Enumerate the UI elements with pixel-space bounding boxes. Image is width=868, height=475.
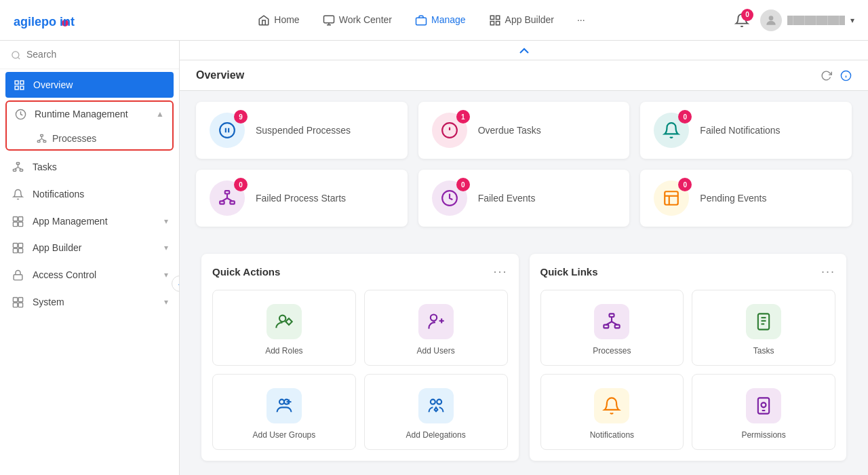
stat-failed-events[interactable]: 0 Failed Events	[418, 170, 630, 227]
briefcase-icon	[415, 14, 427, 26]
stat-pending-events[interactable]: 0 Pending Events	[640, 170, 852, 227]
top-navigation: agilepo int Home Work Center	[0, 0, 868, 41]
appbuilder-chevron-icon: ▾	[164, 243, 168, 252]
accesscontrol-chevron-icon: ▾	[164, 270, 168, 280]
nav-manage-label: Manage	[431, 14, 466, 25]
sidebar-notifications-label: Notifications	[33, 189, 168, 200]
tasks-link-icon	[746, 304, 781, 339]
nav-manage[interactable]: Manage	[406, 8, 475, 32]
quick-action-add-user-groups[interactable]: Add User Groups	[212, 374, 356, 450]
sidebar-appmanagement-label: App Management	[33, 216, 156, 227]
svg-rect-41	[18, 303, 22, 307]
svg-line-11	[18, 57, 20, 59]
quick-link-permissions[interactable]: Permissions	[692, 374, 835, 450]
runtime-icon	[15, 109, 26, 121]
quick-links-header: Quick Links ···	[540, 265, 836, 279]
svg-line-21	[39, 139, 41, 141]
user-menu[interactable]: ██████████ ▾	[760, 10, 854, 31]
sidebar-item-notifications[interactable]: Notifications	[0, 180, 179, 208]
add-user-groups-icon	[267, 388, 302, 423]
failednotif-label: Failed Notifications	[700, 125, 780, 136]
sidebar-accesscontrol-label: Access Control	[33, 269, 156, 280]
sidebar-item-overview[interactable]: Overview	[5, 72, 174, 98]
sidebar-item-tasks[interactable]: Tasks	[0, 153, 179, 180]
quick-link-tasks[interactable]: Tasks	[692, 290, 835, 366]
svg-rect-13	[20, 81, 24, 84]
collapse-top-button[interactable]	[180, 41, 868, 60]
svg-rect-8	[496, 21, 499, 24]
svg-rect-4	[416, 18, 427, 25]
nav-center: Home Work Center Manage	[108, 8, 734, 32]
stat-failed-notifications[interactable]: 0 Failed Notifications	[640, 102, 852, 159]
add-delegations-icon	[418, 388, 454, 423]
quick-action-add-roles[interactable]: Add Roles	[212, 290, 356, 366]
search-input[interactable]	[26, 49, 168, 60]
tasks-link-label: Tasks	[753, 346, 774, 356]
refresh-button[interactable]	[821, 69, 832, 82]
info-button[interactable]	[840, 69, 852, 82]
svg-rect-23	[16, 162, 19, 164]
svg-point-9	[769, 16, 774, 20]
stat-suspended-processes[interactable]: 9 Suspended Processes	[196, 102, 408, 159]
svg-marker-62	[285, 318, 292, 324]
notifications-link-icon	[594, 388, 629, 423]
pendingevents-icon-wrap: 0	[654, 180, 689, 216]
tasks-icon	[11, 161, 24, 173]
svg-rect-6	[496, 16, 499, 19]
sidebar-item-appbuilder[interactable]: App Builder ▾	[0, 235, 179, 262]
svg-rect-5	[490, 16, 494, 19]
quick-action-add-users[interactable]: Add Users	[364, 290, 508, 366]
logo[interactable]: agilepo int	[14, 10, 108, 31]
quick-link-notifications[interactable]: Notifications	[540, 374, 684, 450]
search-box[interactable]	[0, 41, 179, 69]
quick-links-more-button[interactable]: ···	[821, 265, 835, 279]
nav-home[interactable]: Home	[248, 8, 309, 32]
overdue-badge: 1	[456, 110, 470, 124]
sidebar-item-processes[interactable]: Processes	[7, 127, 172, 149]
svg-rect-33	[13, 244, 17, 248]
notification-bell[interactable]: 0	[734, 13, 749, 28]
svg-rect-7	[490, 21, 494, 24]
appmanagement-icon	[11, 215, 24, 227]
monitor-icon	[323, 14, 335, 26]
nav-right: 0 ██████████ ▾	[734, 10, 854, 31]
stat-overdue-tasks[interactable]: 1 Overdue Tasks	[418, 102, 630, 159]
nav-workcenter[interactable]: Work Center	[313, 8, 401, 32]
runtime-chevron-icon: ▲	[156, 109, 164, 119]
svg-rect-34	[18, 244, 22, 248]
nav-appbuilder[interactable]: App Builder	[479, 8, 564, 32]
sidebar-item-runtime[interactable]: Runtime Management ▲	[7, 102, 172, 128]
quick-section-container: Quick Actions ··· Add Roles	[180, 248, 868, 475]
quick-links-title: Quick Links	[540, 266, 598, 278]
nav-home-label: Home	[274, 14, 299, 25]
svg-text:agilepo: agilepo	[14, 15, 56, 28]
svg-rect-17	[41, 134, 43, 136]
avatar	[760, 10, 782, 31]
sidebar-item-accesscontrol[interactable]: Access Control ▾	[0, 261, 179, 288]
stat-failed-process-starts[interactable]: 0 Failed Process Starts	[196, 170, 408, 227]
sidebar-item-appmanagement[interactable]: App Management ▾	[0, 208, 179, 235]
add-roles-icon	[267, 304, 302, 339]
svg-rect-31	[13, 222, 17, 226]
svg-rect-32	[18, 222, 22, 226]
svg-line-76	[606, 322, 612, 325]
nav-more-label: ···	[577, 14, 585, 25]
svg-rect-25	[20, 169, 22, 171]
svg-rect-18	[37, 140, 40, 142]
search-icon	[11, 49, 21, 60]
quick-links-section: Quick Links ···	[530, 254, 847, 461]
quick-actions-more-button[interactable]: ···	[493, 265, 507, 279]
system-chevron-icon: ▾	[164, 297, 168, 307]
quick-link-processes[interactable]: Processes	[540, 290, 684, 366]
nav-more[interactable]: ···	[568, 9, 595, 31]
quick-action-add-delegations[interactable]: Add Delegations	[364, 374, 508, 450]
svg-rect-53	[230, 201, 235, 204]
stats-section: 9 Suspended Processes 1 Overdue Tasks	[180, 91, 868, 248]
svg-rect-73	[604, 325, 609, 328]
main-content: Overview	[180, 41, 868, 475]
appbuilder-sidebar-icon	[11, 242, 24, 254]
sidebar-item-system[interactable]: System ▾	[0, 288, 179, 316]
add-roles-label: Add Roles	[265, 346, 302, 356]
svg-line-55	[222, 198, 227, 201]
svg-rect-38	[13, 297, 17, 301]
